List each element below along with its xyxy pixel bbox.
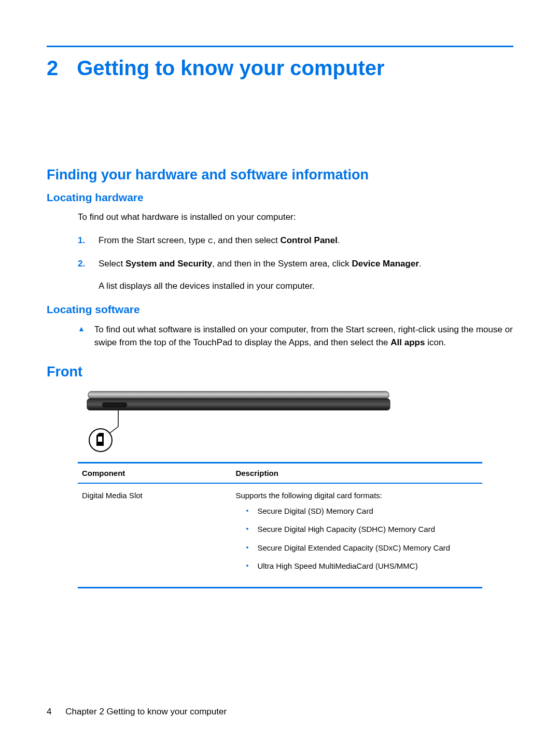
step2-after: A list displays all the devices installe… (99, 280, 513, 293)
desc-intro: Supports the following digital card form… (235, 491, 382, 500)
step2-mid: , and then in the System area, click (212, 259, 352, 269)
step-1: From the Start screen, type c, and then … (78, 234, 513, 248)
step1-code: c (208, 236, 213, 246)
svg-rect-6 (98, 437, 102, 442)
page-number: 4 (47, 707, 51, 717)
section-front-title: Front (47, 364, 513, 380)
note-bold: All apps (390, 338, 425, 347)
locating-hardware-steps: From the Start screen, type c, and then … (78, 234, 513, 293)
components-table: Component Description Digital Media Slot… (78, 462, 482, 588)
svg-rect-2 (103, 403, 127, 407)
svg-rect-1 (87, 399, 390, 410)
subsection-locating-software: Locating software (47, 303, 513, 316)
note-pre: To find out what software is installed o… (94, 325, 513, 348)
locating-software-note: ▲ To find out what software is installed… (78, 323, 513, 349)
page-footer: 4 Chapter 2 Getting to know your compute… (47, 707, 227, 717)
step1-post: . (338, 235, 340, 245)
list-item: Secure Digital High Capacity (SDHC) Memo… (246, 524, 478, 535)
subsection-locating-hardware: Locating hardware (47, 191, 513, 204)
svg-rect-0 (88, 391, 389, 399)
chapter-number: 2 (47, 57, 58, 80)
laptop-front-illustration (78, 388, 399, 456)
section-finding-title: Finding your hardware and software infor… (47, 167, 513, 183)
step2-bold1: System and Security (125, 259, 212, 269)
step1-pre: From the Start screen, type (99, 235, 208, 245)
formats-list: Secure Digital (SD) Memory Card Secure D… (246, 506, 478, 571)
cell-description: Supports the following digital card form… (231, 483, 482, 588)
locating-hardware-intro: To find out what hardware is installed o… (78, 211, 513, 224)
step2-post: . (419, 259, 422, 269)
th-description: Description (231, 462, 482, 483)
note-post: icon. (425, 338, 446, 347)
svg-line-5 (110, 427, 118, 433)
step2-pre: Select (99, 259, 125, 269)
footer-chapter-label: Chapter 2 Getting to know your computer (65, 707, 227, 716)
step-2: Select System and Security, and then in … (78, 258, 513, 292)
front-figure-wrap (78, 388, 513, 456)
list-item: Secure Digital (SD) Memory Card (246, 506, 478, 516)
triangle-up-icon: ▲ (78, 325, 85, 333)
cell-component: Digital Media Slot (78, 483, 231, 588)
chapter-top-rule (47, 46, 513, 47)
list-item: Secure Digital Extended Capacity (SDxC) … (246, 543, 478, 553)
chapter-heading: 2 Getting to know your computer (47, 57, 513, 80)
step2-bold2: Device Manager (352, 259, 419, 269)
step1-mid: , and then select (213, 235, 280, 245)
list-item: Ultra High Speed MultiMediaCard (UHS/MMC… (246, 561, 478, 571)
step1-bold: Control Panel (280, 235, 338, 245)
chapter-title: Getting to know your computer (77, 57, 384, 80)
th-component: Component (78, 462, 231, 483)
table-row: Digital Media Slot Supports the followin… (78, 483, 482, 588)
